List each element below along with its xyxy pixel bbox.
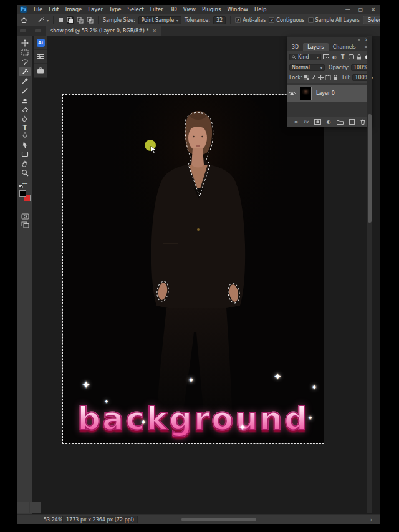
tolerance-label: Tolerance: <box>185 17 210 23</box>
link-layers-icon[interactable]: ∞ <box>294 119 298 125</box>
menu-view[interactable]: View <box>180 6 199 12</box>
document-tab[interactable]: show.psd @ 53.2% (Layer 0, RGB/8#) * × <box>46 26 161 36</box>
clone-stamp-tool[interactable] <box>19 95 31 104</box>
lock-position-icon[interactable] <box>318 75 324 80</box>
filter-pixel-layers-icon[interactable] <box>323 54 329 59</box>
corner-box <box>30 502 41 513</box>
add-layer-mask-icon[interactable] <box>314 119 321 125</box>
anti-alias-checkbox[interactable]: ✓ Anti-alias <box>235 17 266 23</box>
menu-type[interactable]: Type <box>106 6 125 12</box>
menu-3d[interactable]: 3D <box>166 6 180 12</box>
layer-name[interactable]: Layer 0 <box>316 90 335 96</box>
home-icon[interactable] <box>21 17 27 24</box>
scroll-left-icon[interactable]: ‹ <box>116 517 118 523</box>
intersect-selection-mode-icon[interactable] <box>87 16 94 24</box>
chevron-down-icon[interactable]: ▾ <box>47 18 49 22</box>
new-adjustment-layer-icon[interactable]: ◐ <box>327 119 331 125</box>
new-group-icon[interactable] <box>337 120 344 125</box>
hand-tool[interactable] <box>19 159 31 168</box>
default-colors-icon[interactable] <box>19 185 24 188</box>
document-canvas[interactable]: ✦ ✦ ✦ ✦ ✦ ✦ ✦ ✦ background <box>63 95 324 443</box>
layer-row-layer0[interactable]: Layer 0 <box>287 85 372 102</box>
libraries-panel-icon[interactable] <box>34 64 47 77</box>
sparkle-icon: ✦ <box>307 414 313 422</box>
foreground-color-swatch[interactable] <box>19 190 26 197</box>
delete-layer-icon[interactable] <box>360 119 365 125</box>
layer-list: Layer 0 <box>287 83 372 117</box>
tool-options-bar: ▾ Sample Size: Point Sample▾ Tolerance: … <box>17 14 380 26</box>
rectangular-marquee-tool[interactable] <box>19 48 31 57</box>
new-layer-icon[interactable] <box>349 119 355 125</box>
sample-size-select[interactable]: Point Sample▾ <box>138 16 181 24</box>
quick-mask-button[interactable] <box>19 212 31 221</box>
filter-adjustment-layers-icon[interactable]: ◐ <box>331 54 337 60</box>
maximize-icon[interactable]: ▢ <box>358 7 363 12</box>
panel-tabs: 3D Layers Channels ≡ <box>287 42 372 51</box>
new-selection-mode-icon[interactable] <box>58 16 64 24</box>
minimize-icon[interactable]: — <box>345 7 350 12</box>
filter-type-layers-icon[interactable]: T <box>340 54 346 60</box>
collapsed-panel-dock: Ai <box>34 36 47 78</box>
magic-wand-preset-icon[interactable] <box>37 16 44 24</box>
vertical-scrollbar[interactable] <box>367 36 372 513</box>
lock-artboard-icon[interactable] <box>325 75 331 80</box>
rectangle-shape-tool[interactable] <box>19 150 31 158</box>
lock-pixels-icon[interactable] <box>311 75 316 80</box>
lasso-tool[interactable] <box>19 57 31 66</box>
layer-thumbnail[interactable] <box>300 87 312 100</box>
brush-tool[interactable] <box>19 86 31 95</box>
menu-edit[interactable]: Edit <box>46 6 62 12</box>
vertical-scrollbar-thumb[interactable] <box>368 114 372 223</box>
menu-help[interactable]: Help <box>251 6 269 12</box>
divider <box>230 16 231 24</box>
path-selection-tool[interactable] <box>19 140 31 149</box>
screen-mode-button[interactable] <box>19 220 31 229</box>
panel-collapse-icon[interactable]: » <box>358 37 360 42</box>
sample-all-layers-checkbox[interactable]: Sample All Layers <box>308 17 360 23</box>
adjustments-panel-icon[interactable] <box>34 50 47 64</box>
move-tool[interactable] <box>19 39 31 47</box>
contiguous-checkbox[interactable]: ✓ Contiguous <box>269 17 304 23</box>
menu-filter[interactable]: Filter <box>147 6 166 12</box>
subtract-selection-mode-icon[interactable] <box>77 16 84 24</box>
menu-window[interactable]: Window <box>224 6 251 12</box>
lock-transparency-icon[interactable] <box>304 75 309 80</box>
tolerance-input[interactable]: 32 <box>213 16 226 24</box>
tab-close-icon[interactable]: × <box>152 28 156 34</box>
status-options-icon[interactable]: › <box>108 517 110 523</box>
pen-tool[interactable] <box>19 131 31 140</box>
menu-plugins[interactable]: Plugins <box>199 6 224 12</box>
filter-shape-layers-icon[interactable] <box>348 54 354 59</box>
close-icon[interactable]: ✕ <box>371 7 375 12</box>
scroll-right-icon[interactable]: › <box>370 517 372 523</box>
layer-visibility-toggle[interactable] <box>287 85 297 102</box>
blend-mode-select[interactable]: Normal ▾ <box>289 64 325 71</box>
lock-all-icon[interactable] <box>333 75 338 80</box>
magic-wand-tool[interactable] <box>19 67 31 76</box>
tab-channels[interactable]: Channels <box>329 43 360 51</box>
zoom-level[interactable]: 53.24% <box>44 517 63 523</box>
add-selection-mode-icon[interactable] <box>67 16 74 24</box>
smudge-tool[interactable] <box>19 114 31 123</box>
tab-3d[interactable]: 3D <box>287 43 303 51</box>
filter-smart-objects-icon[interactable] <box>356 54 362 60</box>
menu-bar: Ps File Edit Image Layer Type Select Fil… <box>17 5 380 14</box>
zoom-tool[interactable] <box>19 168 31 177</box>
menu-layer[interactable]: Layer <box>85 6 106 12</box>
horizontal-scrollbar-thumb[interactable] <box>181 518 256 521</box>
filter-kind-select[interactable]: Kind ▾ <box>289 54 321 60</box>
layer-effects-icon[interactable]: fx <box>304 119 309 125</box>
eraser-tool[interactable] <box>19 105 31 114</box>
mouse-cursor-icon <box>150 145 156 154</box>
photo-model-in-black-suit <box>63 95 324 443</box>
eyedropper-tool[interactable] <box>19 77 31 85</box>
background-word-art: background <box>63 399 324 440</box>
tab-layers[interactable]: Layers <box>303 43 328 51</box>
workspace: T … <box>17 36 380 514</box>
menu-image[interactable]: Image <box>62 6 85 12</box>
select-subject-button[interactable]: Select Subject <box>363 16 380 24</box>
menu-select[interactable]: Select <box>125 6 147 12</box>
sparkle-icon: ✦ <box>239 422 246 432</box>
menu-file[interactable]: File <box>31 6 46 12</box>
ai-panel-icon[interactable]: Ai <box>34 36 47 50</box>
